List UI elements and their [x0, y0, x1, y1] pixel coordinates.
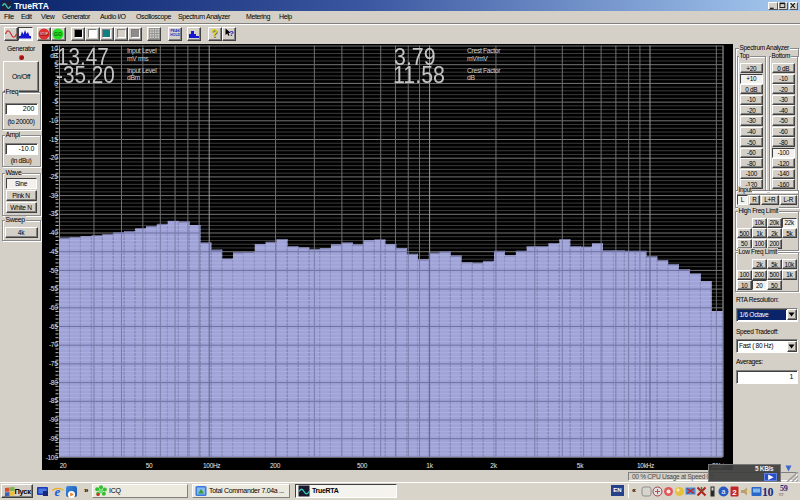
svg-text:?: ? — [229, 29, 234, 38]
svg-text:STOP: STOP — [40, 32, 48, 36]
svg-text:a: a — [722, 488, 726, 495]
svg-text:2: 2 — [732, 487, 737, 496]
svg-text:GO: GO — [55, 31, 63, 37]
svg-text:e: e — [55, 485, 61, 498]
